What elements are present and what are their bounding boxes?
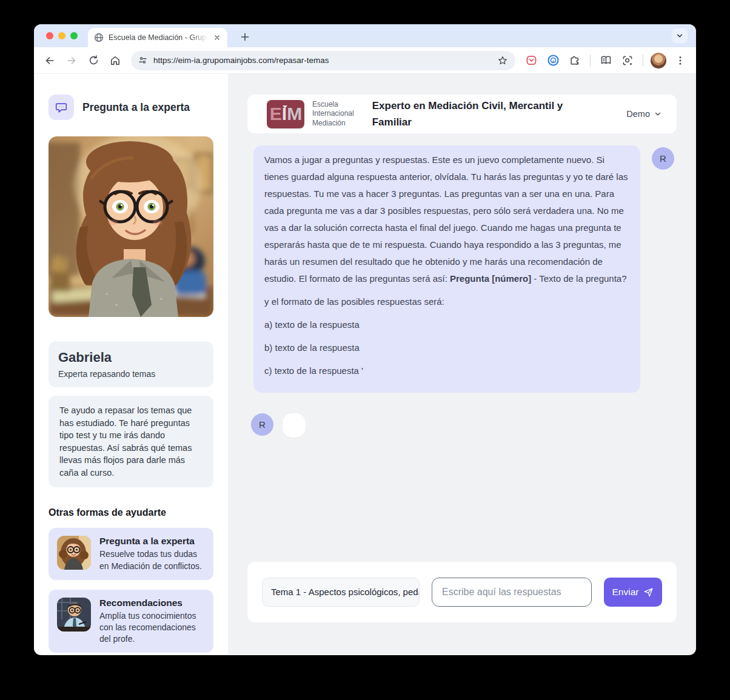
pending-message-row: R — [247, 413, 677, 438]
toolbar-divider — [643, 55, 643, 67]
onepassword-extension-icon[interactable] — [543, 51, 563, 70]
home-icon[interactable] — [105, 51, 125, 70]
bookmark-star-icon[interactable] — [497, 55, 508, 66]
logo-letter: I — [282, 104, 286, 124]
chat-header: E I M Escuela Internacional Mediación Ex… — [247, 95, 677, 133]
chat-bubble-icon — [49, 95, 74, 120]
course-title: Experto en Mediación Civil, Mercantil y … — [372, 98, 578, 130]
composer: Tema 1 - Aspectos psicológicos, peda Env… — [247, 562, 677, 622]
chevron-down-icon — [654, 110, 662, 118]
logo-caption-line: Escuela — [312, 100, 354, 109]
expert-portrait-image — [49, 136, 213, 317]
topic-select[interactable]: Tema 1 - Aspectos psicológicos, peda — [262, 578, 420, 607]
card-text: Amplía tus conocimientos con las recomen… — [99, 610, 205, 645]
sidebar-header: Pregunta a la experta — [49, 95, 213, 120]
user-message-row: Vamos a jugar a preguntas y respuestas. … — [247, 145, 677, 393]
professor-man-thumbnail-image — [57, 598, 91, 632]
card-title: Pregunta a la experta — [99, 536, 205, 547]
message-paragraph: y el formato de las posibles respuestas … — [264, 293, 629, 310]
forward-icon[interactable] — [62, 51, 81, 70]
demo-selector[interactable]: Demo — [626, 109, 662, 119]
demo-selector-label: Demo — [626, 109, 650, 119]
message-bubble: Vamos a jugar a preguntas y respuestas. … — [253, 145, 640, 393]
back-icon[interactable] — [40, 51, 59, 70]
toolbar-divider — [590, 55, 591, 67]
zoom-window-button[interactable] — [70, 32, 78, 39]
send-button[interactable]: Enviar — [604, 578, 662, 607]
tab-close-icon[interactable] — [213, 33, 221, 42]
browser-tab[interactable]: Escuela de Mediación - Grupo — [88, 28, 227, 47]
card-text: Resuelve todas tus dudas en Mediación de… — [99, 548, 205, 572]
sidebar: Pregunta a la experta — [34, 74, 228, 655]
minimize-window-button[interactable] — [58, 32, 65, 39]
send-plane-icon — [643, 587, 654, 598]
expert-description: Te ayudo a repasar los temas que has est… — [49, 396, 213, 487]
globe-favicon-icon — [94, 33, 104, 42]
window-controls — [46, 32, 78, 39]
message-list: Vamos a jugar a preguntas y respuestas. … — [247, 145, 677, 562]
close-window-button[interactable] — [46, 32, 53, 39]
new-tab-button[interactable] — [238, 30, 252, 44]
eim-logo: E I M — [267, 100, 304, 128]
page-title: Pregunta a la experta — [82, 101, 190, 114]
logo-caption-line: Internacional — [312, 109, 354, 118]
extensions-puzzle-icon[interactable] — [565, 51, 584, 70]
profile-avatar[interactable] — [649, 51, 668, 70]
expert-profile-card: Gabriela Experta repasando temas — [49, 341, 213, 387]
message-paragraph: b) texto de la respuesta — [264, 339, 629, 356]
lens-search-icon[interactable] — [618, 51, 637, 70]
other-ways-heading: Otras formas de ayudarte — [49, 507, 213, 518]
reload-icon[interactable] — [84, 51, 103, 70]
url-bar[interactable]: https://eim-ia.grupomainjobs.com/repasar… — [131, 51, 515, 70]
logo-letter: M — [287, 104, 301, 124]
chat-area: E I M Escuela Internacional Mediación Ex… — [228, 74, 696, 655]
reading-list-icon[interactable] — [596, 51, 615, 70]
answer-input[interactable] — [432, 578, 592, 607]
sidebar-card-pregunta-experta[interactable]: Pregunta a la experta Resuelve todas tus… — [49, 528, 213, 579]
logo-caption: Escuela Internacional Mediación — [312, 100, 354, 128]
user-avatar: R — [251, 413, 273, 436]
browser-window: Escuela de Mediación - Grupo — [34, 24, 696, 655]
card-title: Recomendaciones — [99, 598, 205, 608]
user-avatar: R — [652, 147, 674, 170]
message-paragraph: c) texto de la respuesta ' — [264, 362, 629, 379]
browser-toolbar: https://eim-ia.grupomainjobs.com/repasar… — [34, 47, 696, 74]
logo-caption-line: Mediación — [312, 119, 354, 128]
tab-search-chevron-icon[interactable] — [672, 28, 688, 43]
message-paragraph: Vamos a jugar a preguntas y respuestas. … — [264, 152, 629, 287]
tab-strip: Escuela de Mediación - Grupo — [34, 24, 696, 47]
empty-message-bubble — [283, 413, 306, 438]
expert-name: Gabriela — [58, 350, 204, 365]
send-button-label: Enviar — [612, 587, 639, 598]
logo-letter: E — [270, 104, 281, 124]
expert-woman-thumbnail-image — [57, 536, 91, 570]
tab-title: Escuela de Mediación - Grupo — [109, 33, 208, 42]
sidebar-card-recomendaciones[interactable]: Recomendaciones Amplía tus conocimientos… — [49, 590, 213, 653]
message-paragraph: a) texto de la respuesta — [264, 316, 629, 333]
browser-menu-icon[interactable] — [671, 51, 690, 70]
url-text: https://eim-ia.grupomainjobs.com/repasar… — [153, 56, 491, 65]
site-settings-icon[interactable] — [138, 56, 147, 65]
pocket-extension-icon[interactable] — [521, 51, 541, 70]
expert-role: Experta repasando temas — [58, 369, 204, 379]
